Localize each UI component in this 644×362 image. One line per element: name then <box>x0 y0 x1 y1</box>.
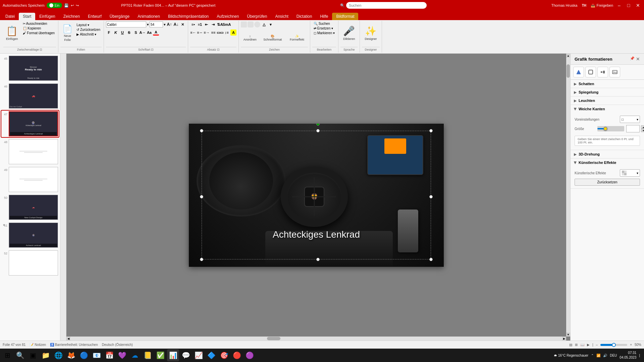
groesse-slider[interactable] <box>597 126 624 131</box>
btn-kopieren[interactable]: 📋 Kopieren <box>21 26 56 31</box>
btn-align-right[interactable]: ≡→ <box>204 29 210 36</box>
taskbar-explorer[interactable]: 📁 <box>40 349 52 361</box>
handle-tr[interactable] <box>429 129 433 132</box>
search-input[interactable] <box>346 2 427 9</box>
taskbar-language[interactable]: DEU <box>610 354 617 357</box>
view-normal-btn[interactable]: ▤ <box>569 343 572 347</box>
btn-indent-inc[interactable]: ⇥ <box>210 21 216 27</box>
btn-anordnen[interactable]: ↕ Anordnen <box>241 33 259 43</box>
btn-list-bullet[interactable]: ≡• <box>190 21 196 27</box>
btn-shadow[interactable]: S <box>133 29 139 36</box>
btn-align-center[interactable]: ≡↔ <box>197 29 203 36</box>
taskbar-todo[interactable]: ✅ <box>154 349 166 361</box>
tab-zeichnen[interactable]: Zeichnen <box>59 13 84 20</box>
btn-abschnitt[interactable]: ▶ Abschnitt ▾ <box>75 32 102 37</box>
save-icon[interactable]: 💾 <box>64 3 69 8</box>
absatz-expand[interactable]: ⊡ <box>217 48 220 51</box>
taskbar-skype[interactable]: 💬 <box>180 349 192 361</box>
btn-font-color[interactable]: A <box>153 29 159 36</box>
effekte-dropdown[interactable]: ▾ <box>620 169 640 177</box>
scroll-up-btn[interactable]: ▲ <box>566 54 570 58</box>
btn-spacing[interactable]: A↔ <box>140 29 146 36</box>
btn-designer[interactable]: ✨ Designer <box>362 21 379 44</box>
redo-icon[interactable]: ↪ <box>76 3 79 8</box>
taskbar-clock[interactable]: 07:31 04.05.2023 <box>620 351 636 360</box>
undo-icon[interactable]: ↩ <box>71 3 74 8</box>
font-family-select[interactable] <box>106 21 146 27</box>
btn-cols[interactable]: ▭▭ <box>217 29 223 36</box>
zoom-slider[interactable] <box>600 344 627 346</box>
slide-thumb-46[interactable]: 46 🚗 Das neu Cockpit <box>1 83 59 109</box>
taskbar-mail[interactable]: 📧 <box>91 349 103 361</box>
slide-thumb-49[interactable]: 49 <box>1 166 59 193</box>
minimize-btn[interactable]: – <box>616 2 623 9</box>
taskbar-azure[interactable]: ☁ <box>129 349 141 361</box>
zoom-level[interactable]: 50% <box>635 343 641 347</box>
slide-thumb-51[interactable]: 51 ★ 🎡 Achteck Lenkrad <box>1 222 59 248</box>
btn-ersetzen[interactable]: ⇄ Ersetzen ▾ <box>312 26 336 31</box>
tab-entwurf[interactable]: Entwurf <box>84 13 106 20</box>
handle-tc[interactable] <box>316 129 320 132</box>
shape-rounded[interactable] <box>248 21 254 27</box>
scroll-left-btn[interactable]: ◀ <box>66 337 70 341</box>
groesse-slider-thumb[interactable] <box>603 127 607 131</box>
taskbar-edge[interactable]: 🌐 <box>52 349 64 361</box>
shape-triangle[interactable]: △ <box>261 21 267 27</box>
h-scrollbar[interactable]: ◀ ▶ <box>66 337 566 341</box>
language-btn[interactable]: Deutsch (Österreich) <box>102 343 133 347</box>
h-scrollbar-thumb[interactable] <box>267 337 280 340</box>
btn-einfuegen[interactable]: 📋 Einfügen <box>3 21 21 44</box>
tab-animationen[interactable]: Animationen <box>133 13 164 20</box>
accessibility-btn[interactable]: ♿ Barrierefreiheit: Untersuchen <box>50 343 98 347</box>
panel-pin-btn[interactable]: 📌 <box>630 56 635 62</box>
btn-bold[interactable]: F <box>106 29 112 36</box>
slide-thumb-50[interactable]: 50 🚗 New Cockpit Design <box>1 194 59 221</box>
btn-case[interactable]: Aa <box>146 29 152 36</box>
tab-bildformat[interactable]: Bildformat <box>332 13 358 20</box>
weiche-kanten-header[interactable]: ▶ Weiche Kanten <box>571 105 644 113</box>
font-size-input[interactable] <box>150 21 163 27</box>
btn-layout[interactable]: Layout ▾ <box>75 23 102 27</box>
taskbar-app3[interactable]: 🎯 <box>218 349 230 361</box>
btn-line-spacing[interactable]: ↕≡ <box>224 29 230 36</box>
handle-mr[interactable] <box>429 195 433 198</box>
zoom-out-btn[interactable]: – <box>596 343 598 347</box>
taskbar-onenote[interactable]: 📒 <box>142 349 154 361</box>
tab-ueberpruefen[interactable]: Überprüfen <box>243 13 271 20</box>
taskbar-firefox[interactable]: 🦊 <box>65 349 77 361</box>
groesse-input[interactable] <box>626 125 640 132</box>
spiegelung-header[interactable]: ▶ Spiegelung <box>571 88 644 96</box>
btn-text-direction[interactable]: ⇅A <box>217 21 223 27</box>
slide-text-overlay[interactable]: Achteckiges Lenkrad <box>273 229 360 240</box>
btn-formeffekt[interactable]: ✨ Formeffekt <box>286 33 308 43</box>
btn-align-left[interactable]: ≡← <box>190 29 196 36</box>
taskbar-calendar[interactable]: 📅 <box>103 349 115 361</box>
font-family-arrow[interactable]: ▾ <box>147 22 149 27</box>
btn-smartart[interactable]: SmA <box>224 21 230 27</box>
kuenstlerische-effekte-header[interactable]: ▶ Künstlerische Effekte <box>571 159 644 167</box>
handle-ml[interactable] <box>200 195 203 198</box>
share-btn[interactable]: 📤 Freigeben <box>591 3 613 8</box>
slide-thumb-48[interactable]: 48 <box>1 138 59 165</box>
taskbar-app5[interactable]: 🟣 <box>244 349 256 361</box>
taskbar-excel[interactable]: 📈 <box>193 349 205 361</box>
canvas-area[interactable]: 🦁 <box>66 54 570 341</box>
btn-align-justify[interactable]: ≡≡ <box>210 29 216 36</box>
btn-strikethrough[interactable]: S <box>126 29 132 36</box>
groesse-down[interactable]: ▼ <box>641 129 644 132</box>
close-btn[interactable]: ✕ <box>635 2 641 9</box>
btn-markieren[interactable]: ◻ Markieren ▾ <box>312 31 336 35</box>
tab-dictation[interactable]: Dictation <box>292 13 316 20</box>
btn-font-increase[interactable]: A↑ <box>166 21 172 27</box>
panel-icon-shape-effect[interactable] <box>585 67 596 77</box>
v-scrollbar[interactable]: ▲ ▼ <box>566 54 570 337</box>
btn-schnellformat[interactable]: 🎨 Schnellformat <box>260 33 285 43</box>
taskbar-app2[interactable]: 🔷 <box>205 349 217 361</box>
slide-thumb-45[interactable]: 45 Skimmer Ready to ride Ready to ride <box>1 55 59 81</box>
btn-neue-folie[interactable]: 📄 Neue Folie <box>60 21 74 44</box>
taskbar-volume[interactable]: 🔊 <box>603 354 607 357</box>
tab-hilfe[interactable]: Hilfe <box>316 13 332 20</box>
btn-list-num[interactable]: ≡1 <box>197 21 203 27</box>
view-reading-btn[interactable]: 📖 <box>580 343 584 347</box>
slide-thumb-52[interactable]: 52 <box>1 250 59 276</box>
